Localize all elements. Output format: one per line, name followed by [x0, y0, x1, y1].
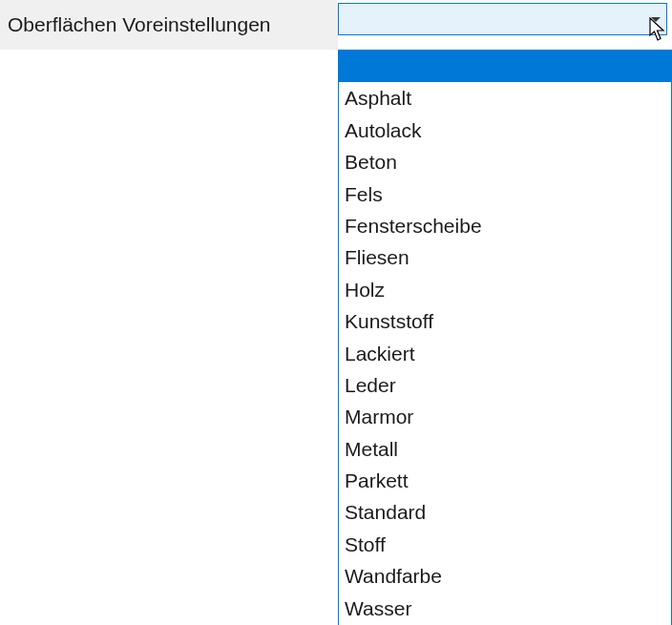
dropdown-option[interactable]: Wasser [339, 593, 671, 624]
dropdown-option[interactable]: Autolack [339, 115, 671, 146]
dropdown-option[interactable]: Parkett [339, 465, 671, 496]
dropdown-option[interactable]: Lackiert [339, 338, 671, 369]
dropdown-option[interactable]: Kunststoff [339, 305, 671, 337]
surface-presets-dropdown[interactable]: AsphaltAutolackBetonFelsFensterscheibeFl… [338, 50, 672, 625]
dropdown-option[interactable]: Leder [339, 369, 671, 401]
surface-presets-label: Oberflächen Voreinstellungen [0, 0, 338, 50]
dropdown-option[interactable] [339, 51, 671, 82]
dropdown-option[interactable]: Beton [339, 146, 671, 177]
dropdown-option[interactable]: Stoff [339, 529, 671, 560]
dropdown-option[interactable]: Marmor [339, 401, 671, 432]
dropdown-option[interactable]: Fels [339, 178, 671, 210]
dropdown-option[interactable]: Fensterscheibe [339, 210, 671, 241]
dropdown-option[interactable]: Metall [339, 433, 671, 465]
dropdown-option[interactable]: Asphalt [339, 82, 671, 114]
dropdown-option[interactable]: Holz [339, 274, 671, 305]
surface-presets-combobox[interactable] [338, 3, 667, 35]
dropdown-option[interactable]: Fliesen [339, 241, 671, 273]
field-label-text: Oberflächen Voreinstellungen [8, 13, 271, 36]
form-row: Oberflächen Voreinstellungen [0, 0, 672, 50]
chevron-down-icon [651, 17, 661, 22]
dropdown-option[interactable]: Standard [339, 496, 671, 528]
dropdown-option[interactable]: Wandfarbe [339, 560, 671, 592]
